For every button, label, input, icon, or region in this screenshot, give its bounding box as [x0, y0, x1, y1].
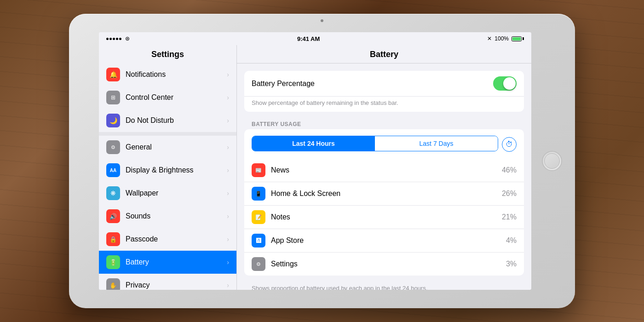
- battery-status-icon: [512, 36, 524, 41]
- sidebar-header: Settings: [99, 45, 236, 63]
- battery-percentage-label: Battery Percentage: [252, 80, 493, 88]
- status-left: ⊛: [106, 35, 130, 42]
- battery-percentage-toggle[interactable]: [493, 76, 517, 91]
- detail-panel: Battery Battery Percentage Show percent: [237, 45, 531, 290]
- app-row-homescreen[interactable]: 📱 Home & Lock Screen 26%: [244, 182, 524, 206]
- news-app-icon: 📰: [252, 163, 265, 177]
- usage-footer-desc: Shows proportion of battery used by each…: [244, 281, 524, 290]
- bluetooth-icon: ✕: [487, 35, 492, 42]
- sidebar-item-do-not-disturb[interactable]: 🌙 Do Not Disturb ›: [99, 109, 236, 132]
- segment-control: Last 24 Hours Last 7 Days: [252, 136, 498, 151]
- wood-background: ⊛ 9:41 AM ✕ 100%: [0, 0, 644, 322]
- tab-24hours[interactable]: Last 24 Hours: [252, 136, 375, 151]
- sidebar-item-wallpaper[interactable]: ❋ Wallpaper ›: [99, 182, 236, 205]
- app-row-news[interactable]: 📰 News 46%: [244, 159, 524, 182]
- app-row-notes[interactable]: 📝 Notes 21%: [244, 206, 524, 229]
- sidebar-item-sounds[interactable]: 🔊 Sounds ›: [99, 205, 236, 228]
- detail-header: Battery: [237, 45, 531, 63]
- passcode-label: Passcode: [126, 235, 221, 243]
- sidebar-item-battery[interactable]: 🔋 Battery ›: [99, 251, 236, 274]
- battery-usage-label: BATTERY USAGE: [244, 117, 524, 129]
- sidebar-item-control-center[interactable]: ⊞ Control Center ›: [99, 86, 236, 109]
- sidebar-title: Settings: [106, 50, 229, 59]
- notifications-label: Notifications: [126, 70, 221, 79]
- privacy-label: Privacy: [126, 281, 221, 289]
- detail-title: Battery: [244, 50, 524, 59]
- sounds-icon: 🔊: [106, 209, 120, 223]
- passcode-icon: 🔒: [106, 232, 120, 246]
- wallpaper-icon: ❋: [106, 186, 120, 200]
- camera-dot: [321, 19, 323, 22]
- ipad-screen: ⊛ 9:41 AM ✕ 100%: [99, 32, 531, 290]
- segment-area: Last 24 Hours Last 7 Days ⏱: [244, 129, 524, 159]
- battery-usage-card: Last 24 Hours Last 7 Days ⏱ 📰: [244, 129, 524, 276]
- sidebar-item-general[interactable]: ⚙ General ›: [99, 136, 236, 159]
- news-app-pct: 46%: [502, 166, 517, 174]
- status-right: ✕ 100%: [487, 35, 524, 42]
- app-row-appstore[interactable]: 🅰 App Store 4%: [244, 229, 524, 253]
- battery-percentage-card: Battery Percentage Show percentage of ba…: [244, 71, 524, 112]
- wifi-icon: ⊛: [125, 35, 130, 42]
- battery-icon: 🔋: [106, 255, 120, 269]
- battery-pct-text: 100%: [494, 35, 509, 42]
- control-center-icon: ⊞: [106, 91, 120, 104]
- battery-label: Battery: [126, 258, 221, 266]
- home-button[interactable]: [542, 151, 562, 171]
- notes-app-pct: 21%: [502, 213, 517, 221]
- app-row-settings[interactable]: ⚙ Settings 3%: [244, 253, 524, 276]
- sidebar-items: 🔔 Notifications › ⊞ Control Center ›: [99, 63, 236, 290]
- sidebar: Settings 🔔 Notifications ›: [99, 45, 237, 290]
- homescreen-app-pct: 26%: [502, 190, 517, 198]
- sidebar-item-privacy[interactable]: ✋ Privacy ›: [99, 274, 236, 290]
- battery-percentage-desc: Show percentage of battery remaining in …: [244, 97, 524, 112]
- display-label: Display & Brightness: [126, 166, 221, 174]
- group-separator-1: [99, 132, 236, 136]
- signal-dots: [106, 38, 121, 40]
- status-bar: ⊛ 9:41 AM ✕ 100%: [99, 32, 531, 45]
- notes-app-name: Notes: [271, 213, 496, 221]
- appstore-app-pct: 4%: [506, 236, 517, 245]
- sidebar-item-notifications[interactable]: 🔔 Notifications ›: [99, 63, 236, 86]
- sounds-label: Sounds: [126, 212, 221, 220]
- homescreen-app-name: Home & Lock Screen: [271, 190, 496, 198]
- notes-app-icon: 📝: [252, 210, 265, 224]
- settings-app-icon: ⚙: [252, 257, 265, 271]
- do-not-disturb-label: Do Not Disturb: [126, 116, 221, 125]
- appstore-app-name: App Store: [271, 236, 500, 245]
- segment-row: Last 24 Hours Last 7 Days ⏱: [252, 134, 517, 159]
- clock-button[interactable]: ⏱: [502, 137, 517, 152]
- tab-7days[interactable]: Last 7 Days: [375, 136, 498, 151]
- wallpaper-label: Wallpaper: [126, 189, 221, 197]
- homescreen-app-icon: 📱: [252, 187, 265, 201]
- status-time: 9:41 AM: [297, 35, 320, 42]
- ipad-device: ⊛ 9:41 AM ✕ 100%: [69, 14, 575, 308]
- sidebar-item-display[interactable]: AA Display & Brightness ›: [99, 159, 236, 182]
- settings-app-name: Settings: [271, 260, 500, 268]
- control-center-label: Control Center: [126, 93, 221, 102]
- battery-percentage-row: Battery Percentage: [244, 71, 524, 97]
- appstore-app-icon: 🅰: [252, 234, 265, 247]
- chevron-icon: ›: [227, 71, 229, 78]
- sidebar-item-passcode[interactable]: 🔒 Passcode ›: [99, 228, 236, 251]
- display-icon: AA: [106, 163, 120, 177]
- notifications-icon: 🔔: [106, 68, 120, 81]
- news-app-name: News: [271, 166, 496, 174]
- main-content: Settings 🔔 Notifications ›: [99, 45, 531, 290]
- do-not-disturb-icon: 🌙: [106, 114, 120, 127]
- general-label: General: [126, 143, 221, 151]
- detail-body: Battery Percentage Show percentage of ba…: [237, 63, 531, 290]
- general-icon: ⚙: [106, 140, 120, 154]
- privacy-icon: ✋: [106, 278, 120, 290]
- settings-app-pct: 3%: [506, 260, 517, 268]
